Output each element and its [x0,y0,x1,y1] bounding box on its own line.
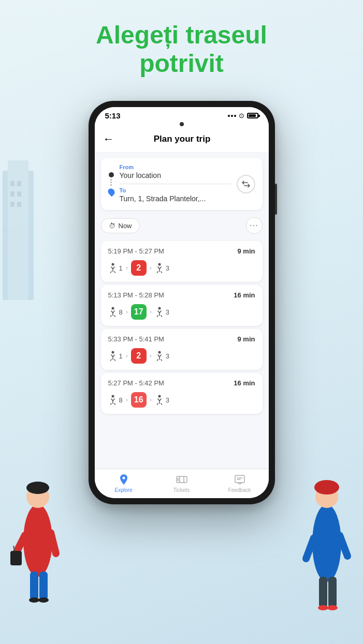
trip-card-3[interactable]: 5:27 PM - 5:42 PM 16 min 8 › 16 › [101,373,263,414]
svg-rect-41 [235,475,244,483]
explore-label: Explore [115,487,133,493]
nav-item-tickets[interactable]: Tickets [153,473,211,493]
person-right-illustration [293,440,360,616]
status-bar: 5:13 ⊙ [95,107,269,122]
svg-point-33 [158,351,161,354]
trip-time-0: 5:19 PM - 5:27 PM [108,247,164,255]
arrow-icon-1-3: › [126,396,128,403]
walk-end-0: 3 [155,263,169,273]
arrow-icon-2-3: › [150,396,152,403]
to-value[interactable]: Turn, 1, Strada Plantelor,... [120,193,231,204]
svg-line-16 [51,533,56,553]
svg-rect-4 [10,191,14,197]
nav-item-feedback[interactable]: Feedback [211,473,269,493]
svg-point-24 [318,605,328,610]
trip-duration-1: 16 min [234,291,255,299]
walk-end-icon-3 [155,395,164,405]
route-number-2: 2 [131,348,147,364]
back-button[interactable]: ← [103,132,120,146]
tickets-icon [176,473,188,486]
arrow-icon-1-2: › [126,352,128,360]
person-left-illustration [4,442,71,608]
arrow-icon-1-0: › [126,264,128,272]
walk-start-3: 8 [108,395,123,405]
from-value[interactable]: Your location [120,170,231,181]
svg-point-21 [314,480,339,495]
location-card: From Your location To Turn, 1, Strada Pl… [101,158,263,210]
svg-point-10 [26,482,49,494]
trip-content: From Your location To Turn, 1, Strada Pl… [95,153,269,469]
location-fields: From Your location To Turn, 1, Strada Pl… [120,164,231,204]
camera-area [95,122,269,128]
headline-line1: Alegeți traseul [0,21,363,49]
walk-end-icon-2 [155,351,164,361]
signal-icon [228,115,236,117]
trip-time-3: 5:27 PM - 5:42 PM [108,379,164,387]
svg-point-32 [111,351,114,354]
feedback-label: Feedback [228,487,251,493]
svg-rect-11 [30,572,38,600]
swap-locations-button[interactable] [237,175,255,193]
route-dots-icon [110,179,112,186]
walk-end-3: 3 [155,395,169,405]
time-selector-label: Now [119,222,132,230]
svg-rect-2 [10,181,14,186]
phone-screen: 5:13 ⊙ ← Plan your trip [95,107,269,498]
camera-dot [180,122,184,126]
trip-header-2: 5:33 PM - 5:41 PM 9 min [108,335,255,343]
arrow-icon-2-2: › [150,352,152,360]
trip-header-3: 5:27 PM - 5:42 PM 16 min [108,379,255,387]
trip-time-2: 5:33 PM - 5:41 PM [108,335,164,343]
walk-end-icon-1 [155,307,164,317]
svg-point-30 [111,307,114,310]
trip-card-0[interactable]: 5:19 PM - 5:27 PM 9 min 1 › 2 › [101,241,263,282]
phone-side-button [275,184,277,215]
location-icons [108,172,114,196]
trip-duration-3: 16 min [234,379,255,387]
svg-rect-6 [10,202,14,207]
trip-card-2[interactable]: 5:33 PM - 5:41 PM 9 min 1 › 2 › [101,329,263,370]
app-header: ← Plan your trip [95,128,269,153]
arrow-icon-2-0: › [150,264,152,272]
svg-point-29 [158,263,161,266]
svg-rect-12 [39,572,48,600]
status-icons: ⊙ [228,112,258,119]
svg-point-31 [158,307,161,310]
page-title: Plan your trip [120,134,260,144]
walk-start-icon-1 [108,307,118,317]
feedback-icon [234,473,246,486]
trip-duration-0: 9 min [238,247,255,255]
svg-rect-7 [17,202,21,207]
explore-icon [118,473,130,486]
trip-header-0: 5:19 PM - 5:27 PM 9 min [108,247,255,255]
trip-duration-2: 9 min [238,335,255,343]
walk-start-0: 1 [108,263,123,273]
trip-route-1: 8 › 17 › 3 [108,304,255,320]
trip-cards-list: 5:19 PM - 5:27 PM 9 min 1 › 2 › [95,241,269,414]
svg-point-34 [111,395,114,398]
svg-rect-5 [17,191,21,197]
phone-mockup: 5:13 ⊙ ← Plan your trip [89,101,275,504]
trip-card-1[interactable]: 5:13 PM - 5:28 PM 16 min 8 › 17 › [101,285,263,326]
more-options-button[interactable]: ··· [246,217,263,234]
svg-rect-23 [328,577,337,608]
svg-point-28 [111,263,114,266]
bottom-nav: Explore Tickets [95,469,269,498]
arrow-icon-2-1: › [150,308,152,316]
svg-rect-0 [3,171,34,300]
clock-icon: ⏱ [109,222,115,230]
nav-item-explore[interactable]: Explore [95,473,153,493]
time-selector-button[interactable]: ⏱ Now [101,218,140,233]
svg-point-19 [312,504,341,582]
wifi-icon: ⊙ [239,112,244,119]
walk-start-icon-2 [108,351,118,361]
from-label: From [120,164,231,170]
trip-route-2: 1 › 2 › 3 [108,348,255,364]
location-divider [120,184,231,184]
route-number-0: 2 [131,260,147,276]
walk-start-1: 8 [108,307,123,317]
walk-end-1: 3 [155,307,169,317]
svg-point-13 [29,597,39,603]
origin-dot-icon [109,172,114,177]
walk-end-2: 3 [155,351,169,361]
